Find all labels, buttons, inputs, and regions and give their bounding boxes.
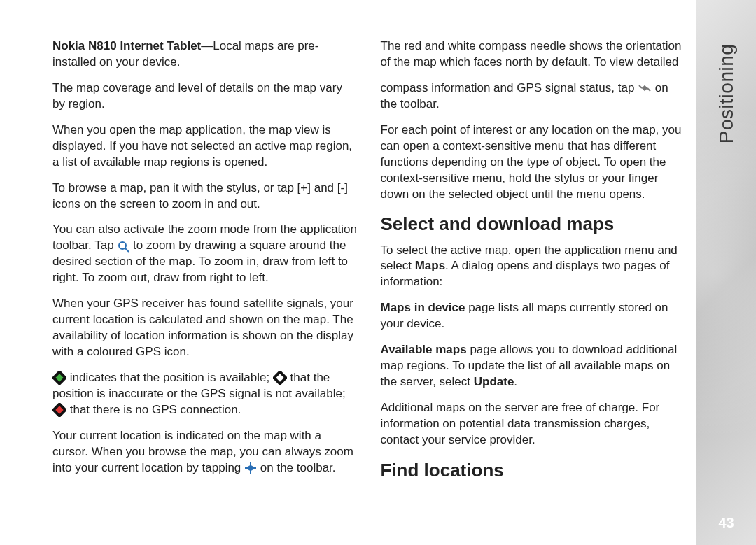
maps-in-device-label: Maps in device (381, 301, 465, 314)
paragraph: The red and white compass needle shows t… (381, 38, 687, 71)
available-maps-label: Available maps (381, 343, 467, 356)
text: compass information and GPS signal statu… (381, 81, 638, 94)
paragraph: Nokia N810 Internet Tablet—Local maps ar… (52, 38, 358, 71)
svg-line-13 (648, 88, 650, 91)
gps-none-icon (52, 403, 66, 417)
paragraph: Your current location is indicated on th… (52, 428, 358, 476)
locate-me-icon (244, 462, 257, 474)
paragraph: Maps in device page lists all maps curre… (381, 300, 687, 332)
satellite-icon (638, 83, 652, 94)
heading-find-locations: Find locations (381, 458, 687, 483)
gps-available-icon (52, 371, 66, 385)
zoom-mode-icon (117, 240, 130, 253)
paragraph: To browse a map, pan it with the stylus,… (52, 181, 358, 213)
page-number: 43 (718, 514, 734, 532)
paragraph: The map coverage and level of details on… (52, 80, 358, 113)
text: . (514, 375, 517, 388)
device-name: Nokia N810 Internet Tablet (52, 39, 201, 52)
paragraph: You can also activate the zoom mode from… (52, 222, 358, 286)
paragraph: Available maps page allows you to downlo… (381, 342, 687, 390)
paragraph: compass information and GPS signal statu… (381, 80, 687, 113)
side-tab: Positioning 43 (696, 0, 756, 545)
svg-line-1 (125, 248, 129, 252)
menu-maps: Maps (415, 259, 445, 272)
paragraph: When you open the map application, the m… (52, 122, 358, 171)
paragraph: To select the active map, open the appli… (381, 243, 687, 291)
update-label: Update (474, 375, 514, 388)
svg-point-0 (119, 242, 126, 249)
paragraph: When your GPS receiver has found satelli… (52, 296, 358, 360)
page: Nokia N810 Internet Tablet—Local maps ar… (0, 0, 756, 545)
paragraph: For each point of interest or any locati… (381, 122, 687, 203)
paragraph: Additional maps on the server are free o… (381, 400, 687, 448)
gps-inaccurate-icon (273, 371, 287, 385)
heading-select-download-maps: Select and download maps (381, 212, 687, 236)
paragraph: indicates that the position is available… (52, 370, 358, 418)
text: on the toolbar. (260, 461, 336, 474)
text: indicates that the position is available… (70, 371, 273, 384)
svg-rect-11 (642, 85, 648, 91)
svg-line-12 (639, 85, 642, 88)
text: that there is no GPS connection. (70, 403, 241, 416)
section-label: Positioning (713, 44, 740, 143)
body-text: Nokia N810 Internet Tablet—Local maps ar… (52, 38, 686, 493)
